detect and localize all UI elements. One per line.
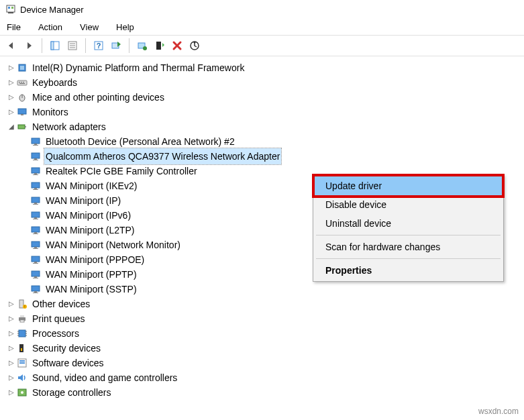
expand-icon[interactable]: ▷: [7, 90, 16, 105]
svg-rect-52: [34, 247, 37, 248]
expand-icon[interactable]: ▷: [7, 311, 16, 326]
ctx-disable-device[interactable]: Disable device: [315, 195, 502, 214]
tree-label: Bluetooth Device (Personal Area Network)…: [44, 134, 236, 150]
svg-rect-57: [32, 271, 40, 276]
tree-item-keyboards[interactable]: ▷ Keyboards: [7, 75, 524, 90]
chip-icon: [16, 62, 28, 74]
expand-icon[interactable]: ▷: [7, 297, 16, 311]
tree-label: WAN Miniport (PPPOE): [44, 252, 146, 268]
network-adapter-icon: [16, 121, 28, 133]
help-button[interactable]: ?: [91, 38, 106, 53]
menu-view[interactable]: View: [77, 21, 101, 34]
svg-rect-79: [19, 360, 25, 362]
svg-rect-60: [32, 286, 40, 291]
svg-rect-20: [19, 82, 20, 83]
tree-item-network[interactable]: ◢ Network adapters: [7, 119, 524, 134]
blank-toggle: ▷: [20, 178, 30, 193]
tree-label: WAN Miniport (IKEv2): [44, 178, 138, 194]
svg-rect-38: [33, 174, 38, 175]
tree-item-monitors[interactable]: ▷ Monitors: [7, 105, 524, 119]
svg-rect-26: [18, 109, 26, 114]
expand-icon[interactable]: ▷: [7, 75, 16, 90]
svg-rect-32: [33, 145, 38, 146]
tree-item-print[interactable]: ▷ Print queues: [7, 311, 524, 326]
ctx-properties[interactable]: Properties: [315, 261, 502, 280]
tree-item-sound[interactable]: ▷ Sound, video and game controllers: [7, 370, 524, 385]
svg-rect-67: [20, 315, 24, 317]
svg-rect-69: [19, 330, 25, 337]
ctx-update-driver[interactable]: Update driver: [315, 176, 502, 195]
svg-rect-27: [21, 114, 23, 115]
menu-bar: File Action View Help: [0, 19, 524, 35]
tree-label: Software devices: [31, 355, 105, 371]
tree-item-network-child[interactable]: ▷WAN Miniport (SSTP): [20, 282, 524, 297]
expand-icon[interactable]: ▷: [7, 341, 16, 356]
blank-toggle: ▷: [20, 193, 30, 208]
tree-item-software[interactable]: ▷ Software devices: [7, 356, 524, 370]
svg-point-14: [143, 46, 147, 50]
tree-label: WAN Miniport (PPTP): [44, 266, 138, 282]
svg-rect-28: [18, 125, 25, 129]
network-adapter-icon: [30, 224, 42, 236]
expand-icon[interactable]: ▷: [7, 60, 16, 75]
tree-label: Storage controllers: [31, 384, 113, 401]
svg-rect-68: [20, 320, 24, 322]
toolbar-separator: [85, 38, 86, 53]
scan-button[interactable]: [109, 38, 123, 53]
context-menu: Update driver Disable device Uninstall d…: [313, 174, 504, 282]
properties-button[interactable]: [65, 38, 80, 53]
tree-item-storage[interactable]: ▷ Storage controllers: [7, 385, 524, 400]
svg-rect-23: [19, 83, 25, 84]
svg-rect-37: [34, 173, 37, 174]
tree-label: Sound, video and game controllers: [31, 370, 178, 386]
tree-item-security[interactable]: ▷ Security devices: [7, 341, 524, 356]
back-button[interactable]: [4, 38, 19, 53]
sound-icon: [16, 372, 28, 384]
svg-rect-59: [33, 278, 38, 278]
scan-hardware-button[interactable]: [187, 38, 202, 53]
tree-label: Intel(R) Dynamic Platform and Thermal Fr…: [31, 60, 246, 76]
expand-icon[interactable]: ▷: [7, 370, 16, 385]
svg-rect-61: [34, 291, 37, 293]
menu-help[interactable]: Help: [113, 21, 137, 34]
processor-icon: [16, 327, 28, 339]
svg-rect-30: [32, 138, 40, 144]
expand-icon[interactable]: ▷: [7, 385, 16, 400]
blank-toggle: ▷: [20, 149, 30, 164]
svg-text:!: !: [24, 305, 25, 309]
tree-item-intel[interactable]: ▷ Intel(R) Dynamic Platform and Thermal …: [7, 60, 524, 75]
ctx-uninstall-device[interactable]: Uninstall device: [315, 214, 502, 233]
update-driver-button[interactable]: [135, 38, 150, 53]
svg-rect-22: [23, 82, 24, 83]
svg-rect-45: [32, 212, 40, 217]
tree-item-mice[interactable]: ▷ Mice and other pointing devices: [7, 90, 524, 105]
forward-button[interactable]: [21, 38, 36, 53]
tree-item-network-child[interactable]: ▷Bluetooth Device (Personal Area Network…: [20, 134, 524, 149]
svg-rect-0: [7, 5, 15, 12]
tree-item-other[interactable]: ▷ ! Other devices: [7, 297, 524, 311]
tree-label: Realtek PCIe GBE Family Controller: [44, 163, 199, 179]
blank-toggle: ▷: [20, 223, 30, 238]
tree-item-processors[interactable]: ▷ Processors: [7, 326, 524, 341]
blank-toggle: ▷: [20, 208, 30, 223]
svg-rect-47: [33, 219, 38, 219]
collapse-icon[interactable]: ◢: [7, 119, 16, 134]
expand-icon[interactable]: ▷: [7, 356, 16, 370]
window-title: Device Manager: [20, 5, 84, 15]
disable-device-button[interactable]: [152, 38, 167, 53]
tree-label: WAN Miniport (IP): [44, 193, 122, 209]
expand-icon[interactable]: ▷: [7, 105, 16, 119]
ctx-scan-hardware[interactable]: Scan for hardware changes: [315, 238, 502, 256]
show-hide-button[interactable]: [48, 38, 62, 53]
uninstall-device-button[interactable]: [170, 38, 185, 53]
menu-action[interactable]: Action: [36, 21, 65, 34]
svg-rect-29: [25, 126, 26, 127]
svg-rect-50: [33, 233, 38, 234]
svg-rect-55: [34, 262, 37, 263]
tree-label: Other devices: [31, 296, 91, 312]
expand-icon[interactable]: ▷: [7, 326, 16, 341]
tree-label: Network adapters: [31, 119, 107, 135]
tree-label: WAN Miniport (Network Monitor): [44, 237, 182, 253]
tree-item-network-child[interactable]: ▷Qualcomm Atheros QCA9377 Wireless Netwo…: [20, 149, 524, 164]
menu-file[interactable]: File: [4, 21, 23, 34]
